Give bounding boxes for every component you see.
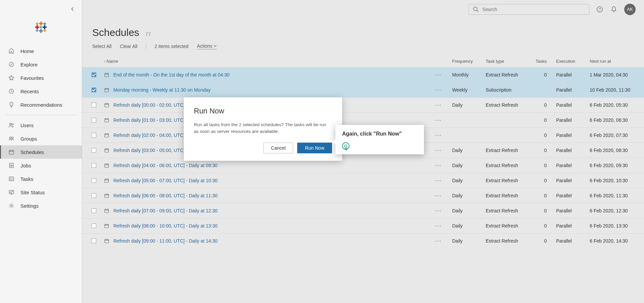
row-more-button[interactable] [434,207,442,214]
cell-execution: Parallel [553,83,587,98]
col-header-frequency[interactable]: Frequency [449,55,483,67]
svg-rect-5 [37,25,38,29]
row-more-button[interactable] [434,86,442,94]
row-checkbox[interactable] [92,118,96,122]
sidebar-item-tasks[interactable]: Tasks [0,172,82,186]
row-more-button[interactable] [434,192,442,199]
help-icon[interactable]: ? [596,6,603,13]
schedule-name-link[interactable]: Refresh daily [07:00 - 09:00, UTC] - Dai… [113,208,217,213]
cell-task-type: Extract Refresh [483,173,530,188]
schedule-name-link[interactable]: Refresh daily [06:00 - 08:00, UTC] - Dai… [113,193,217,198]
sidebar-item-recommendations[interactable]: Recommendations [0,98,82,111]
schedule-name-link[interactable]: Monday morning - Weekly at 11:30 on Mond… [113,87,211,93]
col-header-next-run[interactable]: Next run at [587,55,644,67]
table-row[interactable]: Refresh daily [07:00 - 09:00, UTC] - Dai… [82,203,644,218]
svg-point-57 [440,105,441,106]
table-row[interactable]: Monday morning - Weekly at 11:30 on Mond… [82,83,644,98]
schedules-table-container[interactable]: ↑Name Frequency Task type Tasks Executio… [82,55,644,303]
nav-label: Tasks [20,176,33,182]
col-header-execution[interactable]: Execution [553,55,587,67]
svg-rect-79 [105,164,109,167]
svg-point-64 [440,120,441,121]
schedule-name-link[interactable]: Refresh daily [04:00 - 06:00, UTC] - Dai… [113,163,217,168]
row-checkbox[interactable] [92,178,96,183]
row-checkbox[interactable] [92,148,96,153]
schedule-name-link[interactable]: Refresh daily [09:00 - 11:00, UTC] - Dai… [113,238,217,244]
row-more-button[interactable] [434,162,442,169]
search-input[interactable] [482,7,586,12]
schedule-name-link[interactable]: Refresh daily [02:00 - 04:00, UTC] [113,133,184,138]
row-more-button[interactable] [434,132,442,139]
row-more-button[interactable] [434,116,442,124]
sidebar-item-schedules[interactable]: Schedules [0,145,82,159]
row-more-button[interactable] [434,101,442,109]
sidebar-item-groups[interactable]: Groups [0,132,82,145]
cell-execution: Parallel [553,113,587,128]
run-now-button[interactable]: Run Now [297,143,332,153]
svg-rect-37 [105,73,109,77]
col-header-tasks[interactable]: Tasks [530,55,553,67]
sidebar-item-home[interactable]: Home [0,44,82,58]
notifications-icon[interactable] [610,6,618,13]
search-box[interactable] [469,4,589,15]
svg-rect-65 [105,134,109,137]
tableau-logo [0,20,82,34]
row-more-button[interactable] [434,237,442,245]
row-checkbox[interactable] [92,163,96,168]
row-checkbox[interactable] [92,72,96,77]
row-more-button[interactable] [434,71,442,79]
table-row[interactable]: Refresh daily [06:00 - 08:00, UTC] - Dai… [82,188,644,203]
svg-rect-114 [105,240,109,243]
col-header-name[interactable]: ↑Name [101,55,449,67]
schedule-name-link[interactable]: Refresh daily [01:00 - 03:00, UTC] [113,117,184,123]
actions-dropdown[interactable]: Actions [197,43,217,49]
table-row[interactable]: Refresh daily [04:00 - 06:00, UTC] - Dai… [82,158,644,173]
schedule-name-link[interactable]: Refresh daily [00:00 - 02:00, UTC] [113,102,184,108]
col-header-task-type[interactable]: Task type [483,55,530,67]
svg-rect-86 [105,179,109,183]
table-row[interactable]: Refresh daily [08:00 - 10:00, UTC] - Dai… [82,218,644,234]
cancel-button[interactable]: Cancel [263,143,293,153]
svg-rect-29 [9,177,13,181]
calendar-icon [104,117,109,123]
row-checkbox[interactable] [92,133,96,138]
schedule-name-link[interactable]: End of the month - On the 1st day of the… [113,72,229,78]
schedule-name-link[interactable]: Refresh daily [05:00 - 07:00, UTC] - Dai… [113,178,217,183]
select-all-button[interactable]: Select All [92,44,112,49]
calendar-icon [104,238,109,244]
row-checkbox[interactable] [92,223,96,228]
row-checkbox[interactable] [92,103,96,107]
cell-next-run: 10 Feb 2020, 11:30 [587,83,644,98]
table-row[interactable]: Refresh daily [05:00 - 07:00, UTC] - Dai… [82,173,644,188]
sidebar-item-settings[interactable]: Settings [0,199,82,212]
nav-label: Favourites [20,75,44,81]
table-row[interactable]: Refresh daily [09:00 - 11:00, UTC] - Dai… [82,234,644,249]
clear-all-button[interactable]: Clear All [120,44,138,49]
sidebar-item-favourites[interactable]: Favourites [0,71,82,85]
svg-point-76 [435,150,436,151]
sidebar-item-explore[interactable]: Explore [0,58,82,71]
row-checkbox[interactable] [92,239,96,243]
sidebar-item-site-status[interactable]: Site Status [0,186,82,199]
row-checkbox[interactable] [92,193,96,198]
row-more-button[interactable] [434,177,442,184]
cell-task-type: Extract Refresh [483,98,530,113]
svg-point-91 [438,180,439,181]
table-row[interactable]: End of the month - On the 1st day of the… [82,67,644,83]
svg-point-20 [12,124,13,125]
user-avatar[interactable]: AK [624,4,636,15]
row-checkbox[interactable] [92,208,96,213]
sidebar-item-users[interactable]: Users [0,118,82,132]
cell-frequency: Daily [449,188,483,203]
row-checkbox[interactable] [92,88,96,92]
sidebar-item-recents[interactable]: Recents [0,85,82,98]
table-row[interactable]: Refresh daily [00:00 - 02:00, UTC] Daily… [82,98,644,113]
sidebar-collapse-button[interactable] [69,5,77,13]
sidebar-item-jobs[interactable]: Jobs [0,159,82,172]
status-icon [8,189,14,195]
cell-tasks: 0 [530,234,553,249]
schedule-name-link[interactable]: Refresh daily [08:00 - 10:00, UTC] - Dai… [113,223,217,229]
row-more-button[interactable] [434,222,442,230]
row-more-button[interactable] [434,147,442,154]
cell-task-type: Extract Refresh [483,234,530,249]
